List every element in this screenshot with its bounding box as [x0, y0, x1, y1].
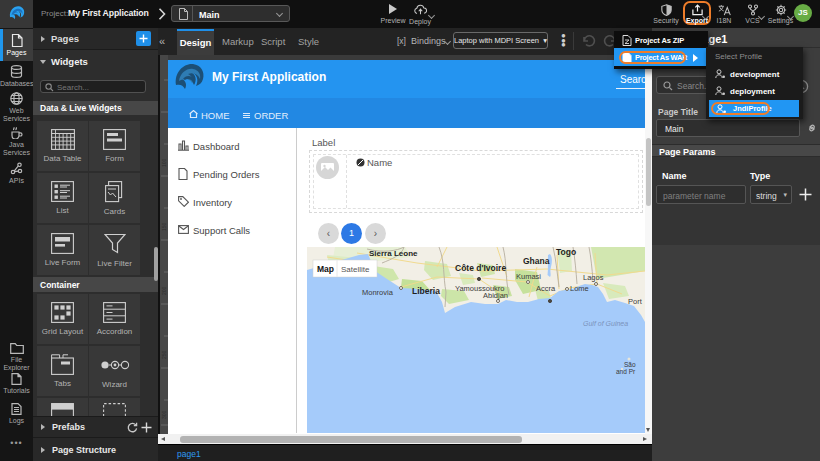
svg-text:100: 100 — [161, 158, 167, 167]
svg-text:Liberia: Liberia — [412, 286, 440, 296]
svg-text:Satellite: Satellite — [341, 265, 370, 274]
svg-text:Ghana: Ghana — [523, 256, 550, 266]
svg-text:Monrovia: Monrovia — [362, 288, 394, 297]
svg-text:Abidjan: Abidjan — [483, 291, 508, 300]
svg-text:Accra: Accra — [536, 284, 556, 293]
svg-text:Lome: Lome — [570, 284, 589, 293]
svg-text:and Pr: and Pr — [616, 368, 636, 375]
svg-text:Map: Map — [317, 264, 334, 274]
svg-text:250: 250 — [161, 350, 167, 359]
svg-text:200: 200 — [161, 286, 167, 295]
svg-text:150: 150 — [161, 222, 167, 231]
svg-text:Kumasi: Kumasi — [516, 272, 541, 281]
svg-text:São: São — [624, 361, 636, 368]
svg-text:Sierra Leone: Sierra Leone — [369, 249, 418, 258]
svg-text:Togo: Togo — [556, 247, 576, 257]
svg-text:Lagos: Lagos — [583, 273, 604, 282]
svg-text:Gulf of Guinea: Gulf of Guinea — [583, 320, 628, 327]
svg-text:300: 300 — [161, 410, 167, 419]
svg-text:Port: Port — [628, 297, 643, 306]
svg-text:Côte d'Ivoire: Côte d'Ivoire — [455, 263, 506, 273]
